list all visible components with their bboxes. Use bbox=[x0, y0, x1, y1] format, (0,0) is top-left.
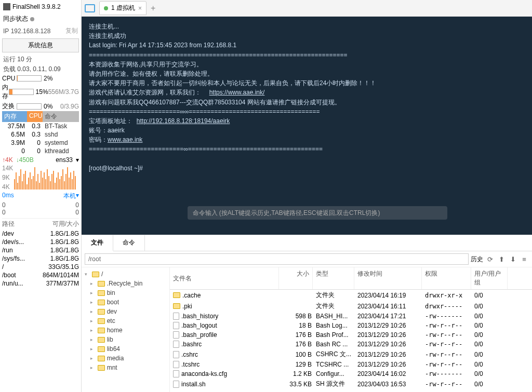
disk-row[interactable]: /run1.8G/1.8G bbox=[2, 246, 79, 254]
disk-list: /dev1.8G/1.8G/dev/s...1.8G/1.8G/run1.8G/… bbox=[2, 229, 79, 288]
network-chart bbox=[14, 165, 79, 191]
file-icon bbox=[173, 341, 179, 348]
file-icon bbox=[173, 331, 179, 339]
tab-commands[interactable]: 命令 bbox=[113, 235, 145, 251]
file-row[interactable]: .bash_profile176 BBash Prof...2013/12/29… bbox=[170, 330, 532, 340]
runtime-text: 运行 10 分 bbox=[2, 55, 79, 64]
process-row[interactable]: 6.5M0.3sshd bbox=[2, 130, 79, 139]
folder-icon bbox=[173, 292, 180, 298]
upload-icon[interactable]: ⬆ bbox=[497, 254, 506, 264]
status-dot-icon bbox=[30, 17, 34, 21]
tree-item[interactable]: ▸etc bbox=[85, 316, 166, 326]
process-row[interactable]: 37.5M0.3BT-Task bbox=[2, 122, 79, 130]
tree-item[interactable]: ▸home bbox=[85, 326, 166, 335]
file-row[interactable]: .bash_history598 BBASH_HI...2023/04/14 1… bbox=[170, 312, 532, 321]
folder-icon bbox=[98, 328, 105, 333]
bt-panel-link[interactable]: http://192.168.8.128:18194/aaeirk bbox=[137, 117, 230, 125]
folder-icon bbox=[98, 318, 105, 324]
open-folder-icon[interactable] bbox=[85, 4, 95, 12]
process-row[interactable]: 3.9M0systemd bbox=[2, 139, 79, 147]
close-icon[interactable]: × bbox=[138, 5, 142, 12]
path-input[interactable] bbox=[85, 253, 469, 265]
disk-row[interactable]: /33G/35.1G bbox=[2, 263, 79, 271]
file-row[interactable]: .cshrc100 BCSHRC 文...2013/12/29 10:26-rw… bbox=[170, 349, 532, 360]
file-row[interactable]: .bashrc176 BBash RC ...2013/12/29 10:26-… bbox=[170, 340, 532, 349]
refresh-icon[interactable]: ⟳ bbox=[485, 254, 495, 264]
file-row[interactable]: install.sh33.5 KBSH 源文件2023/04/03 16:53-… bbox=[170, 379, 532, 389]
history-button[interactable]: 历史 bbox=[471, 255, 483, 264]
folder-icon bbox=[98, 346, 105, 352]
file-row[interactable]: anaconda-ks.cfg1.2 KBConfigur...2023/04/… bbox=[170, 369, 532, 379]
sync-status: 同步状态 bbox=[2, 12, 79, 25]
copy-button[interactable]: 复制 bbox=[65, 26, 78, 35]
file-row[interactable]: .cache文件夹2023/04/14 16:19drwxr-xr-x0/0 bbox=[170, 290, 532, 301]
file-icon bbox=[173, 381, 179, 388]
folder-icon bbox=[98, 281, 105, 287]
file-explorer: ▾/ ▸.Recycle_bin ▸bin ▸boot ▸dev ▸etc ▸h… bbox=[82, 267, 532, 392]
folder-tree[interactable]: ▾/ ▸.Recycle_bin ▸bin ▸boot ▸dev ▸etc ▸h… bbox=[82, 267, 170, 392]
tree-item[interactable]: ▸lib64 bbox=[85, 344, 166, 354]
folder-icon bbox=[173, 303, 180, 309]
system-info-button[interactable]: 系统信息 bbox=[2, 38, 79, 52]
tree-item[interactable]: ▸boot bbox=[85, 298, 166, 307]
disk-row[interactable]: /dev1.8G/1.8G bbox=[2, 229, 79, 238]
folder-icon bbox=[98, 300, 105, 305]
file-icon bbox=[173, 370, 179, 377]
disk-row[interactable]: /sys/fs...1.8G/1.8G bbox=[2, 254, 79, 263]
download-icon: ↓450B bbox=[16, 156, 34, 164]
process-row[interactable]: 00kthreadd bbox=[2, 147, 79, 155]
add-tab-button[interactable]: + bbox=[151, 4, 155, 13]
mem-bar bbox=[9, 89, 34, 95]
left-sidebar: FinalShell 3.9.8.2 同步状态 IP 192.168.8.128… bbox=[0, 0, 82, 392]
right-panel: 1 虚拟机 × + 连接主机... 连接主机成功 Last login: Fri… bbox=[82, 0, 532, 392]
disk-header: 路径 可用/大小 bbox=[2, 218, 79, 229]
network-row: ↑4K ↓450B ens33 ▾ bbox=[2, 155, 79, 165]
swap-row: 交换 0% 0/3.9G bbox=[2, 101, 79, 111]
tree-item[interactable]: ▸media bbox=[85, 354, 166, 363]
tab-files[interactable]: 文件 bbox=[82, 235, 113, 251]
folder-icon bbox=[98, 356, 105, 361]
upload-icon: ↑4K bbox=[2, 156, 13, 164]
file-list-header: 文件名 大小 类型 修改时间 权限 用户/用户组 bbox=[170, 267, 532, 290]
app-title-bar: FinalShell 3.9.8.2 bbox=[2, 1, 79, 12]
download-icon[interactable]: ⬇ bbox=[508, 254, 517, 264]
chevron-down-icon[interactable]: ▾ bbox=[76, 192, 79, 200]
chevron-down-icon[interactable]: ▾ bbox=[76, 156, 79, 164]
tree-item[interactable]: ▸mnt bbox=[85, 363, 166, 372]
file-icon bbox=[173, 313, 179, 320]
folder-icon bbox=[98, 365, 105, 371]
cpu-row: CPU 2% bbox=[2, 74, 79, 83]
tree-item[interactable]: ▾/ bbox=[85, 269, 166, 279]
process-header: 内存 CPU 命令 bbox=[2, 111, 79, 122]
tree-item[interactable]: ▸bin bbox=[85, 288, 166, 298]
file-icon bbox=[173, 361, 179, 368]
folder-icon bbox=[92, 272, 99, 277]
app-title: FinalShell 3.9.8.2 bbox=[12, 3, 61, 10]
app-logo-icon bbox=[3, 3, 10, 10]
disk-row[interactable]: /boot864M/1014M bbox=[2, 271, 79, 279]
swap-bar bbox=[17, 103, 42, 110]
file-icon bbox=[173, 322, 179, 329]
aae-link[interactable]: https://www.aae.ink/ bbox=[209, 89, 265, 96]
menu-icon[interactable]: ≡ bbox=[520, 254, 529, 264]
folder-icon bbox=[98, 309, 105, 315]
tree-item[interactable]: ▸lib bbox=[85, 335, 166, 344]
folder-icon bbox=[98, 290, 105, 296]
file-row[interactable]: .pki文件夹2023/04/14 16:11drwxr-----0/0 bbox=[170, 301, 532, 312]
terminal-prompt: [root@localhost ~]# bbox=[89, 165, 143, 172]
terminal[interactable]: 连接主机... 连接主机成功 Last login: Fri Apr 14 17… bbox=[82, 17, 532, 235]
process-list: 37.5M0.3BT-Task6.5M0.3sshd3.9M0systemd00… bbox=[2, 122, 79, 155]
command-input[interactable] bbox=[188, 206, 447, 220]
disk-row[interactable]: /run/u...377M/377M bbox=[2, 279, 79, 288]
file-icon bbox=[173, 351, 179, 358]
file-row[interactable]: .tcshrc129 BTCSHRC ...2013/12/29 10:26-r… bbox=[170, 360, 532, 369]
tree-item[interactable]: ▸dev bbox=[85, 307, 166, 316]
latency-row: 0ms 本机 ▾ bbox=[2, 191, 79, 201]
path-bar: 历史 ⟳ ⬆ ⬇ ≡ bbox=[82, 251, 532, 267]
tree-item[interactable]: ▸.Recycle_bin bbox=[85, 279, 166, 288]
folder-icon bbox=[98, 337, 105, 343]
disk-row[interactable]: /dev/s...1.8G/1.8G bbox=[2, 238, 79, 246]
file-row[interactable]: .bash_logout18 BBash Log...2013/12/29 10… bbox=[170, 321, 532, 330]
session-tab[interactable]: 1 虚拟机 × bbox=[99, 1, 147, 15]
file-list: 文件名 大小 类型 修改时间 权限 用户/用户组 .cache文件夹2023/0… bbox=[170, 267, 532, 392]
